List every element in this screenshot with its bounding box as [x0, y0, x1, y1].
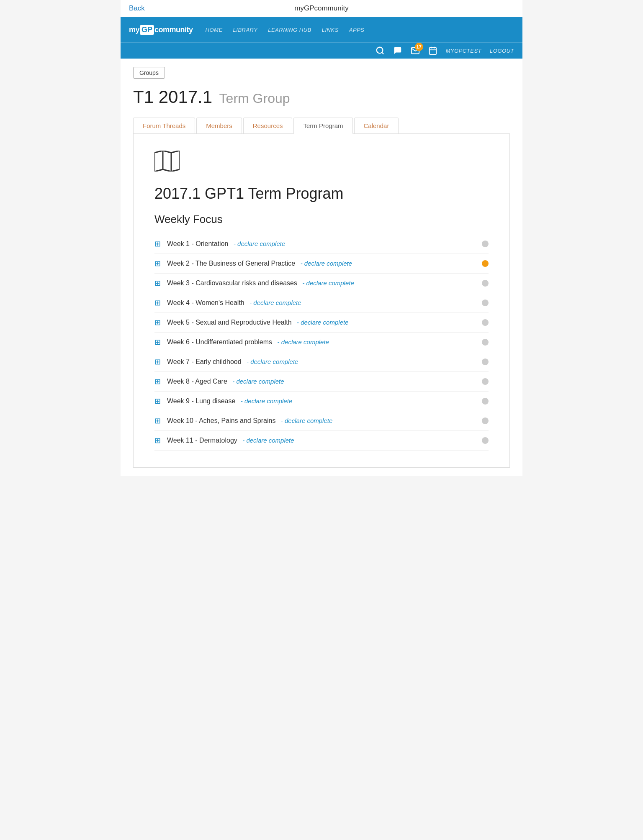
week-status: [482, 339, 489, 346]
tab-forum-threads[interactable]: Forum Threads: [133, 118, 195, 133]
declare-complete-link[interactable]: - declare complete: [241, 397, 292, 405]
week-expand-icon[interactable]: ⊞: [154, 436, 161, 445]
tab-members[interactable]: Members: [196, 118, 242, 133]
declare-complete-link[interactable]: - declare complete: [232, 378, 284, 385]
page-subtitle: Term Group: [219, 91, 290, 106]
tabs: Forum Threads Members Resources Term Pro…: [133, 118, 510, 134]
svg-marker-6: [154, 151, 180, 172]
declare-complete-link[interactable]: - declare complete: [301, 260, 352, 267]
page-title: T1 2017.1: [133, 87, 212, 107]
logo-gp: GP: [140, 25, 154, 35]
declare-complete-link[interactable]: - declare complete: [297, 319, 348, 326]
week-label: Week 2 - The Business of General Practic…: [167, 260, 476, 267]
week-label: Week 10 - Aches, Pains and Sprains - dec…: [167, 417, 476, 425]
week-status: [482, 319, 489, 326]
svg-rect-2: [429, 48, 436, 55]
week-label: Week 5 - Sexual and Reproductive Health …: [167, 319, 476, 326]
nav-home[interactable]: HOME: [206, 27, 223, 33]
week-expand-icon[interactable]: ⊞: [154, 338, 161, 347]
week-expand-icon[interactable]: ⊞: [154, 239, 161, 248]
page-content: Groups T1 2017.1 Term Group Forum Thread…: [121, 59, 522, 476]
week-expand-icon[interactable]: ⊞: [154, 416, 161, 425]
top-bar: Back myGPcommunity: [121, 0, 522, 17]
map-icon: [154, 151, 489, 177]
nav-apps[interactable]: APPS: [349, 27, 365, 33]
week-expand-icon[interactable]: ⊞: [154, 357, 161, 366]
week-label: Week 9 - Lung disease - declare complete: [167, 397, 476, 405]
nav-library[interactable]: LIBRARY: [233, 27, 258, 33]
mail-badge: 17: [415, 43, 423, 51]
week-status: [482, 437, 489, 444]
tab-term-program[interactable]: Term Program: [293, 118, 352, 134]
svg-point-0: [376, 47, 383, 54]
weekly-focus-title: Weekly Focus: [154, 213, 489, 226]
navbar: myGPcommunity HOME LIBRARY LEARNING HUB …: [121, 17, 522, 42]
week-status: [482, 241, 489, 247]
week-label: Week 8 - Aged Care - declare complete: [167, 378, 476, 385]
week-item: ⊞ Week 3 - Cardiovascular risks and dise…: [154, 274, 489, 293]
week-item: ⊞ Week 9 - Lung disease - declare comple…: [154, 392, 489, 411]
week-label: Week 3 - Cardiovascular risks and diseas…: [167, 279, 476, 287]
tab-content-term-program: 2017.1 GPT1 Term Program Weekly Focus ⊞ …: [133, 134, 510, 468]
week-item: ⊞ Week 2 - The Business of General Pract…: [154, 254, 489, 274]
week-status: [482, 260, 489, 267]
week-status: [482, 300, 489, 306]
week-expand-icon[interactable]: ⊞: [154, 298, 161, 307]
page-title-block: T1 2017.1 Term Group: [133, 87, 510, 107]
week-expand-icon[interactable]: ⊞: [154, 397, 161, 406]
week-status: [482, 280, 489, 287]
tab-resources[interactable]: Resources: [243, 118, 293, 133]
week-item: ⊞ Week 6 - Undifferentiated problems - d…: [154, 333, 489, 352]
program-title: 2017.1 GPT1 Term Program: [154, 185, 489, 202]
week-item: ⊞ Week 5 - Sexual and Reproductive Healt…: [154, 313, 489, 333]
week-status: [482, 378, 489, 385]
svg-line-1: [382, 52, 383, 54]
logo-my: my: [129, 26, 139, 34]
back-button[interactable]: Back: [129, 4, 145, 13]
declare-complete-link[interactable]: - declare complete: [278, 338, 329, 346]
week-list: ⊞ Week 1 - Orientation - declare complet…: [154, 234, 489, 451]
week-label: Week 4 - Women's Health - declare comple…: [167, 299, 476, 307]
declare-complete-link[interactable]: - declare complete: [281, 417, 332, 424]
week-label: Week 7 - Early childhood - declare compl…: [167, 358, 476, 366]
week-item: ⊞ Week 7 - Early childhood - declare com…: [154, 352, 489, 372]
week-label: Week 6 - Undifferentiated problems - dec…: [167, 338, 476, 346]
week-item: ⊞ Week 1 - Orientation - declare complet…: [154, 234, 489, 254]
week-item: ⊞ Week 11 - Dermatology - declare comple…: [154, 431, 489, 451]
week-status: [482, 359, 489, 365]
declare-complete-link[interactable]: - declare complete: [247, 358, 298, 365]
week-expand-icon[interactable]: ⊞: [154, 279, 161, 288]
username[interactable]: MYGPCTEST: [446, 48, 481, 54]
week-expand-icon[interactable]: ⊞: [154, 259, 161, 268]
week-status: [482, 398, 489, 405]
calendar-button[interactable]: [428, 46, 437, 55]
nav-learning-hub[interactable]: LEARNING HUB: [268, 27, 311, 33]
icon-bar: 17 MYGPCTEST LOGOUT: [121, 42, 522, 59]
nav-links[interactable]: LINKS: [322, 27, 339, 33]
week-expand-icon[interactable]: ⊞: [154, 318, 161, 327]
mail-button[interactable]: 17: [411, 46, 420, 55]
declare-complete-link[interactable]: - declare complete: [302, 279, 354, 287]
declare-complete-link[interactable]: - declare complete: [249, 299, 301, 306]
logout-button[interactable]: LOGOUT: [490, 48, 514, 54]
declare-complete-link[interactable]: - declare complete: [242, 437, 294, 444]
search-button[interactable]: [376, 46, 385, 55]
week-item: ⊞ Week 10 - Aches, Pains and Sprains - d…: [154, 411, 489, 431]
groups-breadcrumb[interactable]: Groups: [133, 67, 165, 79]
week-label: Week 11 - Dermatology - declare complete: [167, 437, 476, 444]
week-item: ⊞ Week 4 - Women's Health - declare comp…: [154, 293, 489, 313]
week-item: ⊞ Week 8 - Aged Care - declare complete: [154, 372, 489, 392]
tab-calendar[interactable]: Calendar: [354, 118, 399, 133]
chat-button[interactable]: [393, 46, 402, 55]
declare-complete-link[interactable]: - declare complete: [234, 240, 285, 247]
week-label: Week 1 - Orientation - declare complete: [167, 240, 476, 248]
week-status: [482, 417, 489, 424]
logo-community: community: [154, 26, 193, 34]
week-expand-icon[interactable]: ⊞: [154, 377, 161, 386]
logo[interactable]: myGPcommunity: [129, 25, 193, 35]
nav-links: HOME LIBRARY LEARNING HUB LINKS APPS: [206, 26, 365, 33]
top-bar-title: myGPcommunity: [294, 4, 348, 13]
